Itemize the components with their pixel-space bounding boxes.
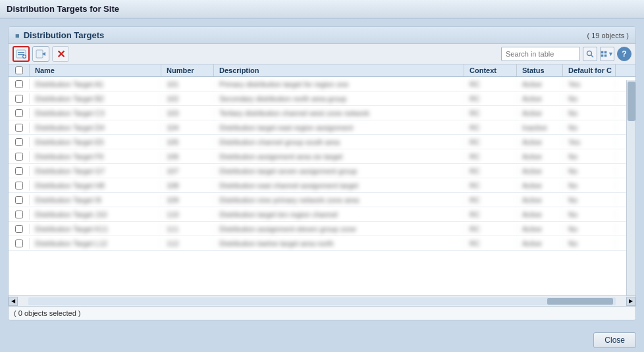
cell-description: Secondary distribution north area group [214, 93, 464, 104]
table-row[interactable]: Distribution Target D4 104 Distribution … [9, 120, 635, 135]
panel: ■ Distribution Targets ( 19 objects ) [8, 26, 636, 320]
cell-description: Distribution twelve target area north [214, 238, 464, 249]
cell-number: 109 [161, 195, 214, 205]
cell-status: Active [517, 195, 563, 205]
cell-description: Distribution east channel assignment tar… [214, 180, 464, 191]
row-checkbox[interactable] [15, 196, 23, 204]
cell-context: RC [464, 195, 517, 205]
row-checkbox[interactable] [15, 167, 23, 175]
panel-header: ■ Distribution Targets ( 19 objects ) [9, 27, 635, 44]
vertical-scrollbar[interactable] [626, 80, 635, 295]
row-checkbox[interactable] [15, 95, 23, 103]
cell-number: 104 [161, 122, 214, 133]
cell-status: Inactive [517, 122, 563, 133]
cell-name: Distribution Target C3 [30, 108, 161, 118]
row-checkbox[interactable] [15, 109, 23, 117]
add-button[interactable] [13, 46, 30, 62]
table-row[interactable]: Distribution Target E5 105 Distribution … [9, 135, 635, 149]
cell-default: No [563, 209, 616, 220]
scrollbar-thumb[interactable] [628, 82, 635, 121]
search-input[interactable] [501, 47, 580, 61]
cell-description: Primary distribution target for region o… [214, 79, 464, 89]
close-button[interactable]: Close [593, 332, 636, 348]
cell-number: 103 [161, 108, 214, 118]
table-row[interactable]: Distribution Target G7 107 Distribution … [9, 164, 635, 178]
table-row[interactable]: Distribution Target K11 111 Distribution… [9, 222, 635, 236]
row-checkbox-cell [9, 166, 30, 176]
row-checkbox-cell [9, 180, 30, 191]
row-checkbox[interactable] [15, 211, 23, 218]
cell-default: No [563, 195, 616, 205]
delete-button[interactable]: ✕ [52, 46, 69, 62]
help-button[interactable]: ? [617, 47, 631, 61]
cell-number: 108 [161, 180, 214, 191]
row-checkbox[interactable] [15, 153, 23, 161]
header-checkbox-cell [9, 64, 30, 76]
row-checkbox[interactable] [15, 124, 23, 132]
cell-number: 101 [161, 79, 214, 89]
horizontal-scroll-thumb[interactable] [547, 298, 613, 305]
table-row[interactable]: Distribution Target I9 109 Distribution … [9, 193, 635, 207]
row-checkbox[interactable] [15, 80, 23, 88]
table-row[interactable]: Distribution Target C3 103 Tertiary dist… [9, 106, 635, 120]
table-row[interactable]: Distribution Target J10 110 Distribution… [9, 207, 635, 222]
cell-description: Distribution assignment eleven group zon… [214, 224, 464, 234]
grid-options-button[interactable]: ▼ [600, 47, 614, 61]
row-checkbox[interactable] [15, 182, 23, 189]
cell-number: 110 [161, 209, 214, 220]
cell-context: RC [464, 79, 517, 89]
cell-name: Distribution Target L12 [30, 238, 161, 249]
table-row[interactable]: Distribution Target B2 102 Secondary dis… [9, 91, 635, 106]
cell-description: Distribution target east region assignme… [214, 122, 464, 133]
status-bar: ( 0 objects selected ) [9, 306, 635, 320]
cell-status: Active [517, 180, 563, 191]
search-button[interactable] [583, 47, 597, 61]
svg-rect-11 [604, 51, 607, 54]
svg-line-9 [591, 55, 593, 57]
table-row[interactable]: Distribution Target H8 108 Distribution … [9, 178, 635, 193]
dialog-title: Distribution Targets for Site [0, 0, 644, 18]
scroll-left-button[interactable]: ◀ [9, 297, 18, 306]
export-button[interactable] [32, 46, 49, 62]
export-icon [36, 49, 46, 59]
scroll-right-button[interactable]: ▶ [626, 297, 635, 306]
cell-name: Distribution Target G7 [30, 166, 161, 176]
cell-description: Tertiary distribution channel west zone … [214, 108, 464, 118]
table-header: Name Number Description Context Status D… [9, 64, 635, 77]
cell-number: 107 [161, 166, 214, 176]
selected-objects-text: ( 0 objects selected ) [14, 309, 81, 317]
svg-rect-13 [604, 55, 607, 57]
row-checkbox[interactable] [15, 225, 23, 233]
search-area: ▼ ? [501, 47, 631, 61]
row-checkbox[interactable] [15, 138, 23, 146]
cell-status: Active [517, 166, 563, 176]
cell-context: RC [464, 224, 517, 234]
cell-default: Yes [563, 137, 616, 147]
horizontal-scroll-track[interactable] [28, 297, 616, 305]
row-checkbox[interactable] [15, 239, 23, 247]
svg-rect-12 [601, 55, 604, 57]
horizontal-scrollbar-area: ◀ ▶ [9, 295, 635, 306]
cell-context: RC [464, 238, 517, 249]
table-body: Distribution Target A1 101 Primary distr… [9, 77, 635, 295]
cell-context: RC [464, 108, 517, 118]
cell-status: Active [517, 151, 563, 162]
collapse-icon[interactable]: ■ [15, 32, 20, 39]
cell-context: RC [464, 122, 517, 133]
cell-name: Distribution Target B2 [30, 93, 161, 104]
row-checkbox-cell [9, 195, 30, 205]
grid-options-icon [601, 49, 607, 59]
search-icon [586, 50, 594, 58]
cell-description: Distribution target ten region channel [214, 209, 464, 220]
table-row[interactable]: Distribution Target A1 101 Primary distr… [9, 77, 635, 91]
table-row[interactable]: Distribution Target F6 106 Distribution … [9, 149, 635, 164]
dialog-footer: Close [0, 328, 644, 352]
dialog-wrapper: Distribution Targets for Site ■ Distribu… [0, 0, 644, 352]
cell-name: Distribution Target K11 [30, 224, 161, 234]
table-row[interactable]: Distribution Target L12 112 Distribution… [9, 236, 635, 251]
select-all-checkbox[interactable] [15, 66, 23, 74]
svg-rect-10 [601, 51, 604, 54]
cell-status: Active [517, 209, 563, 220]
cell-name: Distribution Target F6 [30, 151, 161, 162]
cell-name: Distribution Target D4 [30, 122, 161, 133]
